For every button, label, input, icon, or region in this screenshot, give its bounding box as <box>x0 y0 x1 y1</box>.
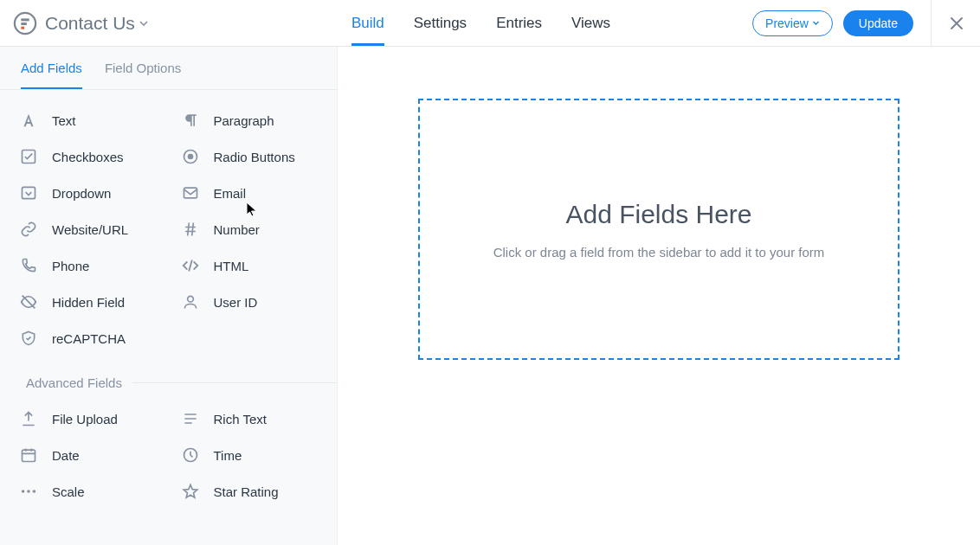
field-user-id[interactable]: User ID <box>169 284 331 320</box>
tab-build[interactable]: Build <box>351 0 384 46</box>
checkbox-icon <box>19 147 38 166</box>
logo-icon <box>12 10 38 36</box>
field-rich-text[interactable]: Rich Text <box>169 401 331 437</box>
field-number[interactable]: Number <box>169 211 331 247</box>
field-label: Date <box>52 448 80 463</box>
main-nav: Build Settings Entries Views <box>351 0 610 46</box>
code-icon <box>181 256 200 275</box>
dropzone-subtitle: Click or drag a field from the sidebar t… <box>493 245 825 260</box>
text-icon <box>19 111 38 130</box>
field-label: Phone <box>52 259 89 273</box>
field-label: Email <box>214 186 247 201</box>
advanced-fields-divider: Advanced Fields <box>0 367 337 397</box>
field-label: Time <box>214 448 242 463</box>
field-phone[interactable]: Phone <box>7 247 169 284</box>
svg-point-12 <box>22 490 25 493</box>
radio-icon <box>181 147 200 166</box>
dropzone-title: Add Fields Here <box>565 200 751 229</box>
link-icon <box>19 220 38 239</box>
tab-settings[interactable]: Settings <box>414 0 467 46</box>
star-icon <box>181 482 200 501</box>
preview-label: Preview <box>765 16 809 30</box>
eye-off-icon <box>19 292 38 311</box>
svg-point-9 <box>187 296 193 302</box>
scale-icon <box>19 482 38 501</box>
field-dropdown[interactable]: Dropdown <box>7 175 169 211</box>
basic-fields-grid: Text Paragraph Checkboxes Radio Buttons … <box>0 90 337 362</box>
field-label: Website/URL <box>52 222 128 237</box>
field-scale[interactable]: Scale <box>7 473 169 510</box>
svg-rect-10 <box>23 450 35 461</box>
calendar-icon <box>19 446 38 465</box>
svg-rect-1 <box>21 18 29 21</box>
update-button[interactable]: Update <box>843 10 913 36</box>
shield-icon <box>19 329 38 348</box>
field-radio[interactable]: Radio Buttons <box>169 138 331 175</box>
form-title-dropdown[interactable]: Contact Us <box>45 13 149 34</box>
svg-point-14 <box>33 490 36 493</box>
advanced-fields-grid: File Upload Rich Text Date Time Scale St… <box>0 397 337 515</box>
tab-entries[interactable]: Entries <box>496 0 542 46</box>
field-recaptcha[interactable]: reCAPTCHA <box>7 320 169 356</box>
field-file-upload[interactable]: File Upload <box>7 401 169 437</box>
field-label: Text <box>52 113 76 128</box>
form-canvas: Add Fields Here Click or drag a field fr… <box>338 47 980 545</box>
field-checkboxes[interactable]: Checkboxes <box>7 138 169 175</box>
field-date[interactable]: Date <box>7 437 169 473</box>
sidebar-tab-field-options[interactable]: Field Options <box>105 61 181 89</box>
field-label: Scale <box>52 484 85 499</box>
field-email[interactable]: Email <box>169 175 331 211</box>
preview-button[interactable]: Preview <box>752 10 833 36</box>
svg-rect-3 <box>21 26 24 29</box>
phone-icon <box>19 256 38 275</box>
svg-point-6 <box>187 154 193 160</box>
svg-rect-2 <box>21 22 27 25</box>
field-label: Number <box>214 222 260 237</box>
fields-dropzone[interactable]: Add Fields Here Click or drag a field fr… <box>418 99 899 360</box>
field-label: Rich Text <box>214 412 267 426</box>
clock-icon <box>181 446 200 465</box>
field-paragraph[interactable]: Paragraph <box>169 102 331 138</box>
email-icon <box>181 183 200 202</box>
field-website[interactable]: Website/URL <box>7 211 169 247</box>
svg-rect-8 <box>184 188 197 198</box>
caret-down-icon <box>139 18 149 29</box>
upload-icon <box>19 409 38 428</box>
main-area: Add Fields Field Options Text Paragraph … <box>0 47 980 545</box>
sidebar: Add Fields Field Options Text Paragraph … <box>0 47 338 545</box>
rich-text-icon <box>181 409 200 428</box>
field-label: Checkboxes <box>52 150 124 164</box>
svg-point-13 <box>27 490 30 493</box>
field-label: User ID <box>214 295 258 310</box>
field-text[interactable]: Text <box>7 102 169 138</box>
field-label: Star Rating <box>214 484 279 499</box>
field-label: Dropdown <box>52 186 111 201</box>
field-hidden[interactable]: Hidden Field <box>7 284 169 320</box>
user-icon <box>181 292 200 311</box>
field-time[interactable]: Time <box>169 437 331 473</box>
sidebar-tabs: Add Fields Field Options <box>0 47 337 90</box>
paragraph-icon <box>181 111 200 130</box>
field-label: File Upload <box>52 412 118 426</box>
field-label: Paragraph <box>214 113 274 128</box>
field-html[interactable]: HTML <box>169 247 331 284</box>
sidebar-tab-add-fields[interactable]: Add Fields <box>21 61 82 89</box>
top-bar: Contact Us Build Settings Entries Views … <box>0 0 980 47</box>
field-label: HTML <box>214 259 249 273</box>
tab-views[interactable]: Views <box>571 0 610 46</box>
field-label: reCAPTCHA <box>52 331 126 346</box>
advanced-fields-label: Advanced Fields <box>0 375 132 390</box>
field-label: Hidden Field <box>52 295 125 310</box>
svg-rect-7 <box>23 187 35 198</box>
caret-down-icon <box>812 19 820 27</box>
form-title: Contact Us <box>45 13 135 34</box>
field-star-rating[interactable]: Star Rating <box>169 473 331 510</box>
dropdown-icon <box>19 183 38 202</box>
close-icon[interactable] <box>949 16 964 31</box>
field-label: Radio Buttons <box>214 150 295 164</box>
hash-icon <box>181 220 200 239</box>
